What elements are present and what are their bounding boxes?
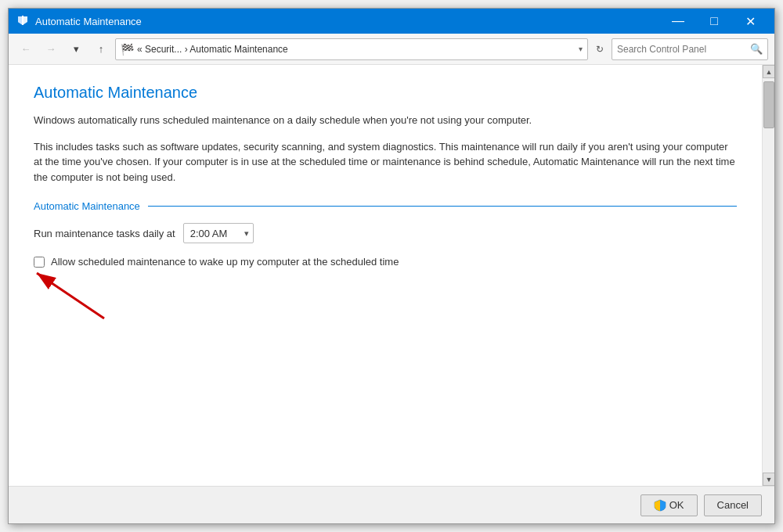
back-icon: ←	[21, 43, 31, 55]
title-bar: Automatic Maintenance — □ ✕	[9, 9, 774, 34]
forward-button[interactable]: →	[40, 38, 62, 60]
refresh-button[interactable]: ↻	[591, 41, 608, 58]
title-bar-controls: — □ ✕	[660, 9, 768, 34]
address-text: « Securit... › Automatic Maintenance	[137, 44, 576, 55]
wake-checkbox[interactable]	[34, 257, 45, 268]
annotation-arrow	[26, 264, 120, 326]
ok-label: OK	[669, 499, 684, 511]
cancel-button[interactable]: Cancel	[704, 494, 762, 516]
main-window: Automatic Maintenance — □ ✕ ← → ▾ ↑ 🏁 « …	[8, 8, 775, 524]
checkbox-container: Allow scheduled maintenance to wake up m…	[34, 256, 399, 280]
address-flag-icon: 🏁	[121, 43, 134, 56]
time-select[interactable]: 12:00 AM 1:00 AM 2:00 AM 3:00 AM 4:00 AM…	[183, 223, 254, 243]
content-area: Automatic Maintenance Windows automatica…	[9, 65, 762, 486]
scrollbar[interactable]: ▲ ▼	[762, 65, 774, 486]
description-paragraph-2: This includes tasks such as software upd…	[34, 139, 737, 185]
refresh-icon: ↻	[596, 44, 604, 55]
scroll-track[interactable]	[763, 78, 774, 473]
description-paragraph-1: Windows automatically runs scheduled mai…	[34, 113, 737, 128]
maximize-button[interactable]: □	[696, 9, 732, 34]
up-icon: ↑	[99, 43, 104, 55]
address-bar[interactable]: 🏁 « Securit... › Automatic Maintenance ▾	[115, 38, 588, 60]
dropdown-icon: ▾	[74, 43, 79, 55]
dropdown-button[interactable]: ▾	[65, 38, 87, 60]
wake-checkbox-row: Allow scheduled maintenance to wake up m…	[34, 256, 399, 268]
scroll-up-button[interactable]: ▲	[763, 65, 774, 78]
close-button[interactable]: ✕	[732, 9, 768, 34]
forward-icon: →	[46, 43, 56, 55]
scroll-down-button[interactable]: ▼	[763, 473, 774, 486]
up-button[interactable]: ↑	[90, 38, 112, 60]
title-bar-icon	[15, 13, 31, 29]
svg-rect-2	[22, 16, 23, 25]
ok-button[interactable]: OK	[640, 494, 698, 516]
title-bar-title: Automatic Maintenance	[35, 16, 660, 27]
section-divider	[148, 206, 737, 207]
cancel-label: Cancel	[717, 499, 749, 511]
time-label: Run maintenance tasks daily at	[34, 228, 175, 239]
nav-bar: ← → ▾ ↑ 🏁 « Securit... › Automatic Maint…	[9, 34, 774, 65]
search-input[interactable]	[617, 44, 750, 55]
wake-checkbox-label[interactable]: Allow scheduled maintenance to wake up m…	[51, 256, 399, 268]
time-form-row: Run maintenance tasks daily at 12:00 AM …	[34, 223, 737, 243]
back-button[interactable]: ←	[15, 38, 37, 60]
shield-icon	[654, 499, 666, 512]
page-title: Automatic Maintenance	[34, 84, 737, 102]
scroll-thumb[interactable]	[763, 81, 774, 128]
time-select-wrapper[interactable]: 12:00 AM 1:00 AM 2:00 AM 3:00 AM 4:00 AM…	[183, 223, 254, 243]
address-dropdown-icon[interactable]: ▾	[579, 45, 583, 53]
main-area: Automatic Maintenance Windows automatica…	[9, 65, 774, 486]
svg-line-4	[37, 273, 104, 318]
footer: OK Cancel	[9, 486, 774, 523]
search-bar[interactable]: 🔍	[612, 38, 768, 60]
section-title: Automatic Maintenance	[34, 200, 140, 212]
search-icon: 🔍	[750, 43, 763, 55]
minimize-button[interactable]: —	[660, 9, 696, 34]
